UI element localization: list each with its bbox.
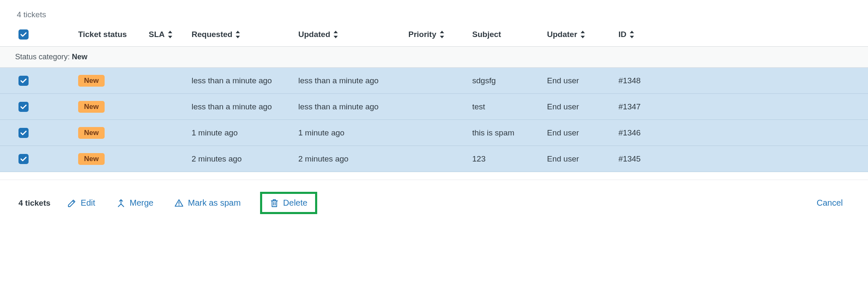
column-header-label: SLA: [149, 30, 165, 39]
column-header-priority[interactable]: Priority: [408, 30, 472, 39]
group-header: Status category: New: [0, 46, 868, 68]
action-label: Delete: [283, 198, 308, 208]
column-header-status[interactable]: Ticket status: [78, 30, 149, 39]
edit-button[interactable]: Edit: [66, 196, 97, 210]
check-icon: [20, 156, 27, 162]
group-label: Status category:: [15, 53, 72, 61]
cell-updated: less than a minute ago: [298, 76, 408, 85]
sort-icon: [333, 31, 339, 38]
column-header-label: Requested: [192, 30, 232, 39]
cell-subject: test: [472, 102, 547, 111]
table-row[interactable]: New less than a minute ago less than a m…: [0, 68, 868, 94]
cell-requested: 1 minute ago: [192, 128, 298, 138]
group-value: New: [72, 53, 87, 61]
column-header-subject[interactable]: Subject: [472, 30, 547, 39]
status-badge: New: [78, 153, 105, 165]
cell-id: #1347: [618, 102, 868, 111]
row-checkbox[interactable]: [18, 154, 29, 164]
pencil-icon: [67, 199, 76, 208]
row-checkbox[interactable]: [18, 76, 29, 86]
merge-icon: [116, 199, 126, 208]
selected-count: 4 tickets: [18, 199, 50, 208]
cell-requested: 2 minutes ago: [192, 154, 298, 164]
table-row[interactable]: New 1 minute ago 1 minute ago this is sp…: [0, 120, 868, 146]
cell-updater: End user: [547, 154, 618, 164]
cell-subject: 123: [472, 154, 547, 164]
svg-point-1: [179, 204, 179, 205]
sort-icon: [439, 31, 445, 38]
column-header-sla[interactable]: SLA: [149, 30, 192, 39]
cell-subject: sdgsfg: [472, 76, 547, 85]
cell-updater: End user: [547, 102, 618, 111]
table-row[interactable]: New less than a minute ago less than a m…: [0, 94, 868, 120]
cell-id: #1348: [618, 76, 868, 85]
status-badge: New: [78, 75, 105, 87]
action-label: Mark as spam: [188, 198, 241, 208]
ticket-count-top: 4 tickets: [0, 0, 868, 29]
sort-icon: [167, 31, 173, 38]
column-header-id[interactable]: ID: [618, 30, 868, 39]
cell-updated: 2 minutes ago: [298, 154, 408, 164]
status-badge: New: [78, 101, 105, 113]
column-header-requested[interactable]: Requested: [192, 30, 298, 39]
cancel-button[interactable]: Cancel: [817, 198, 843, 208]
sort-icon: [580, 31, 586, 38]
status-badge: New: [78, 127, 105, 139]
check-icon: [20, 77, 27, 84]
cell-updater: End user: [547, 128, 618, 138]
action-label: Edit: [81, 198, 95, 208]
row-checkbox[interactable]: [18, 102, 29, 112]
column-header-label: Ticket status: [78, 30, 127, 39]
cell-id: #1345: [618, 154, 868, 164]
check-icon: [20, 130, 27, 136]
check-icon: [20, 31, 27, 38]
mark-as-spam-button[interactable]: Mark as spam: [173, 196, 242, 210]
select-all-checkbox[interactable]: [18, 29, 29, 40]
cell-updater: End user: [547, 76, 618, 85]
column-header-label: Updated: [298, 30, 330, 39]
merge-button[interactable]: Merge: [115, 196, 155, 210]
cell-requested: less than a minute ago: [192, 102, 298, 111]
warning-icon: [174, 199, 184, 208]
delete-button[interactable]: Delete: [260, 192, 317, 214]
column-header-label: Updater: [547, 30, 577, 39]
cell-updated: less than a minute ago: [298, 102, 408, 111]
sort-icon: [629, 31, 635, 38]
table-header-row: Ticket status SLA Requested Updated Prio…: [0, 29, 868, 46]
column-header-label: Subject: [472, 30, 501, 39]
cell-requested: less than a minute ago: [192, 76, 298, 85]
ticket-table: Ticket status SLA Requested Updated Prio…: [0, 29, 868, 172]
cell-updated: 1 minute ago: [298, 128, 408, 138]
check-icon: [20, 103, 27, 110]
sort-icon: [235, 31, 241, 38]
column-header-updater[interactable]: Updater: [547, 30, 618, 39]
column-header-label: ID: [618, 30, 626, 39]
cell-id: #1346: [618, 128, 868, 138]
action-bar: 4 tickets Edit Merge Mark as spam Delete…: [0, 180, 868, 226]
table-row[interactable]: New 2 minutes ago 2 minutes ago 123 End …: [0, 146, 868, 172]
trash-icon: [270, 199, 279, 208]
column-header-label: Priority: [408, 30, 437, 39]
column-header-updated[interactable]: Updated: [298, 30, 408, 39]
cell-subject: this is spam: [472, 128, 547, 138]
action-label: Merge: [130, 198, 154, 208]
row-checkbox[interactable]: [18, 128, 29, 138]
